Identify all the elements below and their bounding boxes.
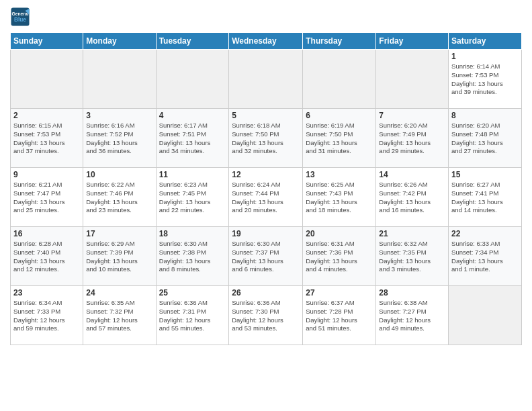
day-info: Sunrise: 6:33 AM Sunset: 7:34 PM Dayligh… <box>451 240 519 274</box>
day-cell <box>449 286 522 345</box>
day-header-sunday: Sunday <box>11 33 83 50</box>
day-info: Sunrise: 6:35 AM Sunset: 7:32 PM Dayligh… <box>86 299 152 333</box>
day-cell: 8Sunrise: 6:20 AM Sunset: 7:48 PM Daylig… <box>449 109 522 168</box>
day-number: 2 <box>13 111 80 120</box>
day-number: 11 <box>159 170 226 179</box>
calendar: SundayMondayTuesdayWednesdayThursdayFrid… <box>10 32 522 345</box>
day-number: 6 <box>306 111 373 120</box>
week-row-2: 2Sunrise: 6:15 AM Sunset: 7:53 PM Daylig… <box>11 109 522 168</box>
day-number: 19 <box>232 229 300 238</box>
logo-icon: General Blue <box>10 7 30 27</box>
day-cell <box>303 50 376 109</box>
day-number: 28 <box>379 288 445 298</box>
day-cell: 3Sunrise: 6:16 AM Sunset: 7:52 PM Daylig… <box>83 109 156 168</box>
day-cell <box>83 50 156 109</box>
day-number: 20 <box>306 229 373 238</box>
day-info: Sunrise: 6:34 AM Sunset: 7:33 PM Dayligh… <box>13 299 80 333</box>
day-info: Sunrise: 6:20 AM Sunset: 7:49 PM Dayligh… <box>379 122 445 156</box>
day-cell: 28Sunrise: 6:38 AM Sunset: 7:27 PM Dayli… <box>376 286 449 345</box>
day-cell: 16Sunrise: 6:28 AM Sunset: 7:40 PM Dayli… <box>11 227 83 286</box>
day-info: Sunrise: 6:17 AM Sunset: 7:51 PM Dayligh… <box>159 122 226 156</box>
day-header-monday: Monday <box>83 33 156 50</box>
day-cell: 17Sunrise: 6:29 AM Sunset: 7:39 PM Dayli… <box>83 227 156 286</box>
day-info: Sunrise: 6:20 AM Sunset: 7:48 PM Dayligh… <box>451 122 519 156</box>
day-cell <box>11 50 83 109</box>
day-cell: 4Sunrise: 6:17 AM Sunset: 7:51 PM Daylig… <box>156 109 229 168</box>
day-cell: 5Sunrise: 6:18 AM Sunset: 7:50 PM Daylig… <box>229 109 303 168</box>
day-cell: 13Sunrise: 6:25 AM Sunset: 7:43 PM Dayli… <box>303 168 376 227</box>
svg-text:General: General <box>11 11 28 16</box>
day-number: 13 <box>306 170 373 179</box>
day-number: 24 <box>86 288 152 298</box>
week-row-4: 16Sunrise: 6:28 AM Sunset: 7:40 PM Dayli… <box>11 227 522 286</box>
day-number: 4 <box>159 111 226 120</box>
day-number: 1 <box>451 52 519 61</box>
day-number: 17 <box>86 229 152 238</box>
day-header-thursday: Thursday <box>303 33 376 50</box>
day-cell: 26Sunrise: 6:36 AM Sunset: 7:30 PM Dayli… <box>229 286 303 345</box>
day-info: Sunrise: 6:18 AM Sunset: 7:50 PM Dayligh… <box>232 122 300 156</box>
day-number: 22 <box>451 229 519 238</box>
day-number: 26 <box>232 288 300 298</box>
day-header-wednesday: Wednesday <box>229 33 303 50</box>
day-cell: 19Sunrise: 6:30 AM Sunset: 7:37 PM Dayli… <box>229 227 303 286</box>
day-cell: 27Sunrise: 6:37 AM Sunset: 7:28 PM Dayli… <box>303 286 376 345</box>
day-info: Sunrise: 6:26 AM Sunset: 7:42 PM Dayligh… <box>379 181 445 215</box>
day-info: Sunrise: 6:38 AM Sunset: 7:27 PM Dayligh… <box>379 299 445 333</box>
day-info: Sunrise: 6:27 AM Sunset: 7:41 PM Dayligh… <box>451 181 519 215</box>
day-cell: 25Sunrise: 6:36 AM Sunset: 7:31 PM Dayli… <box>156 286 229 345</box>
day-cell: 11Sunrise: 6:23 AM Sunset: 7:45 PM Dayli… <box>156 168 229 227</box>
day-cell: 20Sunrise: 6:31 AM Sunset: 7:36 PM Dayli… <box>303 227 376 286</box>
day-cell: 2Sunrise: 6:15 AM Sunset: 7:53 PM Daylig… <box>11 109 83 168</box>
day-cell: 10Sunrise: 6:22 AM Sunset: 7:46 PM Dayli… <box>83 168 156 227</box>
calendar-header-row: SundayMondayTuesdayWednesdayThursdayFrid… <box>11 33 522 50</box>
day-number: 27 <box>306 288 373 298</box>
day-info: Sunrise: 6:23 AM Sunset: 7:45 PM Dayligh… <box>159 181 226 215</box>
day-number: 8 <box>451 111 519 120</box>
day-cell: 18Sunrise: 6:30 AM Sunset: 7:38 PM Dayli… <box>156 227 229 286</box>
header: General Blue <box>10 7 522 27</box>
day-number: 10 <box>86 170 152 179</box>
day-number: 14 <box>379 170 445 179</box>
day-cell: 14Sunrise: 6:26 AM Sunset: 7:42 PM Dayli… <box>376 168 449 227</box>
day-info: Sunrise: 6:24 AM Sunset: 7:44 PM Dayligh… <box>232 181 300 215</box>
day-info: Sunrise: 6:19 AM Sunset: 7:50 PM Dayligh… <box>306 122 373 156</box>
day-info: Sunrise: 6:30 AM Sunset: 7:38 PM Dayligh… <box>159 240 226 274</box>
day-number: 25 <box>159 288 226 298</box>
day-number: 16 <box>13 229 80 238</box>
day-info: Sunrise: 6:25 AM Sunset: 7:43 PM Dayligh… <box>306 181 373 215</box>
day-cell <box>376 50 449 109</box>
day-cell: 21Sunrise: 6:32 AM Sunset: 7:35 PM Dayli… <box>376 227 449 286</box>
day-number: 3 <box>86 111 152 120</box>
day-cell: 12Sunrise: 6:24 AM Sunset: 7:44 PM Dayli… <box>229 168 303 227</box>
day-number: 12 <box>232 170 300 179</box>
day-cell <box>156 50 229 109</box>
day-cell: 23Sunrise: 6:34 AM Sunset: 7:33 PM Dayli… <box>11 286 83 345</box>
day-header-tuesday: Tuesday <box>156 33 229 50</box>
week-row-5: 23Sunrise: 6:34 AM Sunset: 7:33 PM Dayli… <box>11 286 522 345</box>
day-number: 18 <box>159 229 226 238</box>
svg-text:Blue: Blue <box>14 17 26 23</box>
day-cell <box>229 50 303 109</box>
day-cell: 6Sunrise: 6:19 AM Sunset: 7:50 PM Daylig… <box>303 109 376 168</box>
day-info: Sunrise: 6:36 AM Sunset: 7:31 PM Dayligh… <box>159 299 226 333</box>
day-cell: 15Sunrise: 6:27 AM Sunset: 7:41 PM Dayli… <box>449 168 522 227</box>
day-info: Sunrise: 6:15 AM Sunset: 7:53 PM Dayligh… <box>13 122 80 156</box>
day-info: Sunrise: 6:31 AM Sunset: 7:36 PM Dayligh… <box>306 240 373 274</box>
day-info: Sunrise: 6:29 AM Sunset: 7:39 PM Dayligh… <box>86 240 152 274</box>
day-cell: 22Sunrise: 6:33 AM Sunset: 7:34 PM Dayli… <box>449 227 522 286</box>
day-cell: 24Sunrise: 6:35 AM Sunset: 7:32 PM Dayli… <box>83 286 156 345</box>
week-row-1: 1Sunrise: 6:14 AM Sunset: 7:53 PM Daylig… <box>11 50 522 109</box>
day-info: Sunrise: 6:22 AM Sunset: 7:46 PM Dayligh… <box>86 181 152 215</box>
day-cell: 7Sunrise: 6:20 AM Sunset: 7:49 PM Daylig… <box>376 109 449 168</box>
day-info: Sunrise: 6:36 AM Sunset: 7:30 PM Dayligh… <box>232 299 300 333</box>
day-cell: 9Sunrise: 6:21 AM Sunset: 7:47 PM Daylig… <box>11 168 83 227</box>
day-info: Sunrise: 6:21 AM Sunset: 7:47 PM Dayligh… <box>13 181 80 215</box>
week-row-3: 9Sunrise: 6:21 AM Sunset: 7:47 PM Daylig… <box>11 168 522 227</box>
day-info: Sunrise: 6:14 AM Sunset: 7:53 PM Dayligh… <box>451 62 519 97</box>
day-info: Sunrise: 6:16 AM Sunset: 7:52 PM Dayligh… <box>86 122 152 156</box>
day-info: Sunrise: 6:32 AM Sunset: 7:35 PM Dayligh… <box>379 240 445 274</box>
day-number: 7 <box>379 111 445 120</box>
day-number: 21 <box>379 229 445 238</box>
day-info: Sunrise: 6:37 AM Sunset: 7:28 PM Dayligh… <box>306 299 373 333</box>
